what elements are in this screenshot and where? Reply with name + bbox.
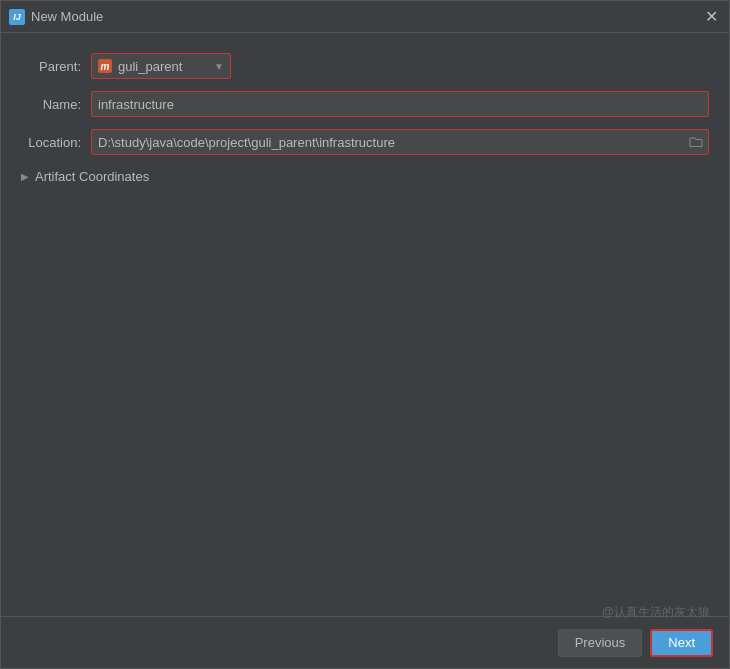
new-module-window: IJ New Module ✕ Parent: m guli_parent ▼ <box>0 0 730 669</box>
window-title: New Module <box>31 9 103 24</box>
artifact-header[interactable]: ▶ Artifact Coordinates <box>21 167 709 186</box>
expand-arrow-icon: ▶ <box>21 171 29 182</box>
title-bar-left: IJ New Module <box>9 9 103 25</box>
parent-label: Parent: <box>21 59 91 74</box>
app-logo-icon: IJ <box>9 9 25 25</box>
close-button[interactable]: ✕ <box>701 7 721 27</box>
previous-button[interactable]: Previous <box>558 629 643 657</box>
content-area: Parent: m guli_parent ▼ Name: Location: <box>1 33 729 616</box>
folder-icon <box>689 136 703 148</box>
name-label: Name: <box>21 97 91 112</box>
parent-selector[interactable]: m guli_parent ▼ <box>91 53 231 79</box>
next-button[interactable]: Next <box>650 629 713 657</box>
footer: Previous Next <box>1 616 729 668</box>
title-bar-controls: ✕ <box>701 7 721 27</box>
location-label: Location: <box>21 135 91 150</box>
name-row: Name: <box>21 91 709 117</box>
artifact-section: ▶ Artifact Coordinates <box>21 167 709 186</box>
parent-field: m guli_parent ▼ <box>91 53 231 79</box>
location-input-wrapper <box>91 129 709 155</box>
artifact-label: Artifact Coordinates <box>35 169 149 184</box>
browse-button[interactable] <box>685 131 707 153</box>
name-input[interactable] <box>91 91 709 117</box>
dropdown-arrow-icon: ▼ <box>214 61 224 72</box>
spacer <box>21 198 709 616</box>
parent-value: guli_parent <box>118 59 208 74</box>
parent-row: Parent: m guli_parent ▼ <box>21 53 709 79</box>
title-bar: IJ New Module ✕ <box>1 1 729 33</box>
maven-icon: m <box>98 59 112 73</box>
location-input[interactable] <box>91 129 709 155</box>
location-row: Location: <box>21 129 709 155</box>
